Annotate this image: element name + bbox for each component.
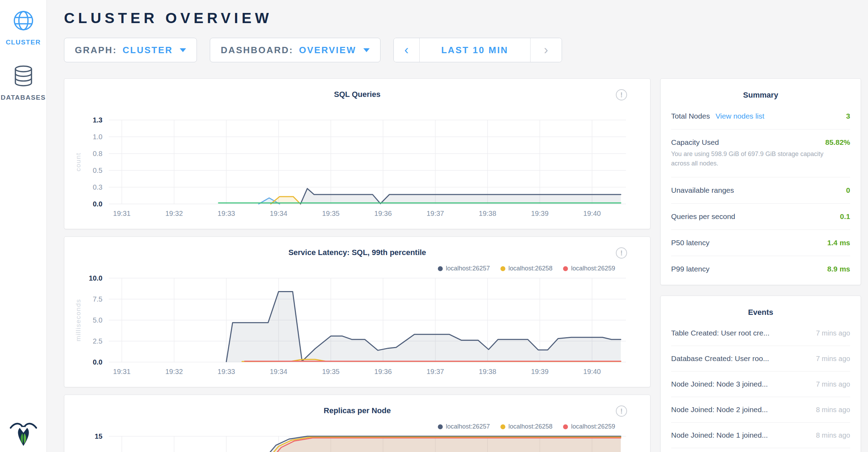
legend-dot-icon xyxy=(563,266,568,271)
graph-dropdown[interactable]: GRAPH: CLUSTER xyxy=(64,38,197,62)
summary-panel: Summary Total Nodes View nodes list 3 Ca… xyxy=(660,78,861,285)
chart-legend: localhost:26257localhost:26258localhost:… xyxy=(438,265,615,272)
time-back-button[interactable]: ‹ xyxy=(394,38,420,62)
legend-item[interactable]: localhost:26258 xyxy=(500,423,553,430)
legend-dot-icon xyxy=(438,266,443,271)
capacity-used-subtext: You are using 598.9 GiB of 697.9 GiB sto… xyxy=(671,149,839,168)
sidebar-item-cluster[interactable]: CLUSTER xyxy=(0,0,47,46)
summary-label: Unavailable ranges xyxy=(671,186,734,195)
event-list-item[interactable]: Table Created: User root cre... 7 mins a… xyxy=(671,320,850,346)
svg-text:19:33: 19:33 xyxy=(218,210,235,217)
dashboard-dropdown-label: DASHBOARD: xyxy=(221,45,293,56)
legend-dot-icon xyxy=(438,424,443,429)
info-icon[interactable]: ! xyxy=(616,247,627,259)
view-nodes-list-link[interactable]: View nodes list xyxy=(716,112,764,120)
legend-label: localhost:26258 xyxy=(508,265,553,272)
svg-text:0.0: 0.0 xyxy=(93,358,102,366)
svg-text:0.0: 0.0 xyxy=(93,200,102,208)
main-content: CLUSTER OVERVIEW GRAPH: CLUSTER DASHBOAR… xyxy=(47,10,868,452)
svg-text:19:32: 19:32 xyxy=(165,368,183,375)
legend-item[interactable]: localhost:26259 xyxy=(563,265,615,272)
event-text: Node Joined: Node 2 joined... xyxy=(671,405,768,414)
summary-label: P99 latency xyxy=(671,265,710,273)
controls-bar: GRAPH: CLUSTER DASHBOARD: OVERVIEW ‹ LAS… xyxy=(64,38,861,62)
svg-text:19:32: 19:32 xyxy=(165,210,183,217)
event-list-item[interactable]: Database Created: User roo... 7 mins ago xyxy=(671,346,850,372)
svg-text:1.0: 1.0 xyxy=(93,133,102,141)
time-range-picker: ‹ LAST 10 MIN › xyxy=(393,38,562,62)
summary-value: 1.4 ms xyxy=(827,239,850,247)
event-time: 7 mins ago xyxy=(816,329,850,337)
svg-text:count: count xyxy=(74,153,82,171)
summary-value: 85.82% xyxy=(825,138,850,147)
legend-item[interactable]: localhost:26257 xyxy=(438,423,490,430)
graph-dropdown-value: CLUSTER xyxy=(123,45,173,56)
summary-value: 3 xyxy=(846,112,850,120)
svg-text:19:34: 19:34 xyxy=(270,368,287,375)
time-range-label[interactable]: LAST 10 MIN xyxy=(420,38,530,62)
legend-label: localhost:26259 xyxy=(571,423,615,430)
sidebar: CLUSTER DATABASES xyxy=(0,0,47,452)
legend-label: localhost:26257 xyxy=(446,423,490,430)
time-forward-button[interactable]: › xyxy=(530,38,562,62)
page-title: CLUSTER OVERVIEW xyxy=(64,10,861,27)
svg-text:19:31: 19:31 xyxy=(113,210,130,217)
summary-label: Capacity Used xyxy=(671,138,719,147)
service-latency-chart[interactable]: 0.02.55.07.510.019:3119:3219:3319:3419:3… xyxy=(64,237,651,388)
legend-label: localhost:26258 xyxy=(508,423,553,430)
event-text: Table Created: User root cre... xyxy=(671,329,769,337)
right-column: Summary Total Nodes View nodes list 3 Ca… xyxy=(660,78,861,452)
svg-text:19:40: 19:40 xyxy=(583,368,601,375)
info-icon[interactable]: ! xyxy=(616,89,627,100)
svg-text:2.5: 2.5 xyxy=(93,337,102,345)
legend-dot-icon xyxy=(500,424,505,429)
legend-dot-icon xyxy=(500,266,505,271)
chart-title: Replicas per Node xyxy=(64,406,650,415)
legend-dot-icon xyxy=(563,424,568,429)
event-text: Node Joined: Node 3 joined... xyxy=(671,380,768,388)
event-time: 8 mins ago xyxy=(816,406,850,414)
svg-text:19:40: 19:40 xyxy=(583,210,601,217)
svg-text:19:35: 19:35 xyxy=(322,210,340,217)
legend-item[interactable]: localhost:26258 xyxy=(500,265,553,272)
dashboard-dropdown-value: OVERVIEW xyxy=(299,45,356,56)
svg-text:19:39: 19:39 xyxy=(531,210,548,217)
svg-text:19:38: 19:38 xyxy=(479,210,496,217)
svg-text:19:36: 19:36 xyxy=(374,368,392,375)
legend-item[interactable]: localhost:26259 xyxy=(563,423,615,430)
summary-row-p99-latency: P99 latency 8.9 ms xyxy=(671,256,850,282)
event-list-item[interactable]: Node Joined: Node 1 joined... 8 mins ago xyxy=(671,423,850,448)
event-list-item[interactable]: Node Joined: Node 3 joined... 7 mins ago xyxy=(671,372,850,397)
svg-text:7.5: 7.5 xyxy=(93,295,102,303)
summary-value: 0.1 xyxy=(840,212,850,221)
svg-text:0.3: 0.3 xyxy=(93,183,102,191)
info-icon[interactable]: ! xyxy=(616,405,627,417)
chart-title: Service Latency: SQL, 99th percentile xyxy=(64,248,650,257)
graph-dropdown-label: GRAPH: xyxy=(75,45,117,56)
sidebar-item-databases[interactable]: DATABASES xyxy=(0,46,47,101)
database-icon xyxy=(12,64,35,89)
chart-card-sql-queries: 0.00.30.50.81.01.319:3119:3219:3319:3419… xyxy=(64,78,650,229)
summary-value: 8.9 ms xyxy=(827,265,850,273)
summary-label: P50 latency xyxy=(671,239,710,247)
summary-row-unavailable-ranges: Unavailable ranges 0 xyxy=(671,177,850,204)
svg-text:19:35: 19:35 xyxy=(322,368,340,375)
event-time: 7 mins ago xyxy=(816,355,850,363)
svg-text:19:34: 19:34 xyxy=(270,210,287,217)
svg-text:10.0: 10.0 xyxy=(89,274,102,282)
summary-title: Summary xyxy=(671,91,850,100)
sql-queries-chart[interactable]: 0.00.30.50.81.01.319:3119:3219:3319:3419… xyxy=(64,79,651,229)
chevron-down-icon xyxy=(363,48,370,52)
svg-text:19:37: 19:37 xyxy=(427,368,444,375)
legend-item[interactable]: localhost:26257 xyxy=(438,265,490,272)
svg-text:milliseconds: milliseconds xyxy=(74,299,82,341)
event-text: Database Created: User roo... xyxy=(671,354,769,363)
svg-text:15: 15 xyxy=(95,432,102,440)
summary-row-p50-latency: P50 latency 1.4 ms xyxy=(671,230,850,256)
summary-label: Total Nodes xyxy=(671,112,710,120)
dashboard-dropdown[interactable]: DASHBOARD: OVERVIEW xyxy=(210,38,380,62)
svg-text:0.5: 0.5 xyxy=(93,167,102,174)
event-list-item[interactable]: Node Joined: Node 2 joined... 8 mins ago xyxy=(671,397,850,423)
svg-text:19:37: 19:37 xyxy=(427,210,444,217)
svg-text:5.0: 5.0 xyxy=(93,316,102,324)
